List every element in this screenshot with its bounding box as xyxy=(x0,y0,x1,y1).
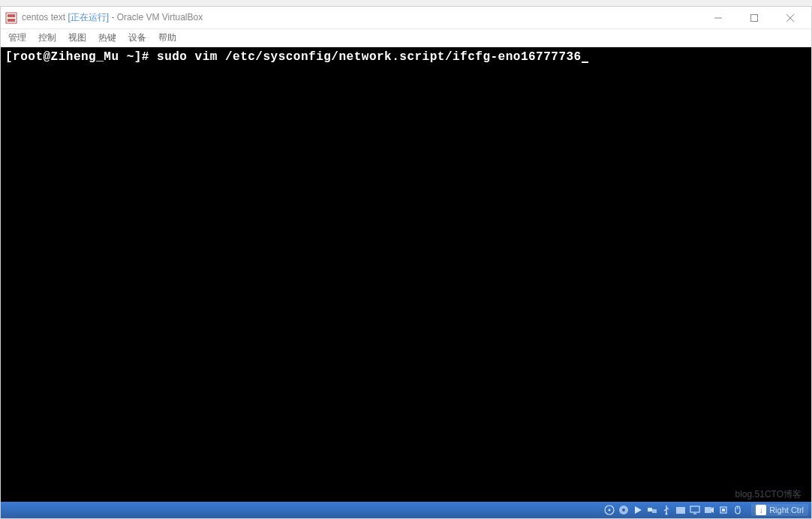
titlebar: centos text [正在运行] - Oracle VM VirtualBo… xyxy=(1,7,811,29)
menu-control[interactable]: 控制 xyxy=(38,32,56,44)
svg-point-14 xyxy=(666,513,668,515)
maximize-button[interactable] xyxy=(739,8,769,28)
menu-view[interactable]: 视图 xyxy=(68,32,86,44)
status-icons xyxy=(603,504,744,516)
usb-icon[interactable] xyxy=(660,504,672,516)
menubar: 管理 控制 视图 热键 设备 帮助 xyxy=(1,29,811,47)
network-icon[interactable] xyxy=(646,504,658,516)
svg-point-8 xyxy=(609,509,611,512)
folder-icon[interactable] xyxy=(675,504,687,516)
menu-manage[interactable]: 管理 xyxy=(8,32,26,44)
vm-name: centos text xyxy=(22,12,65,22)
svg-point-10 xyxy=(622,508,625,512)
svg-rect-1 xyxy=(8,14,15,17)
window-title: centos text [正在运行] - Oracle VM VirtualBo… xyxy=(22,11,703,24)
close-button[interactable] xyxy=(775,8,805,28)
minimize-button[interactable] xyxy=(703,8,733,28)
terminal-cursor xyxy=(582,62,588,63)
svg-rect-16 xyxy=(690,506,699,512)
terminal-command: sudo vim /etc/sysconfig/network.script/i… xyxy=(157,50,582,64)
cd-icon[interactable] xyxy=(618,504,630,516)
disc-icon[interactable] xyxy=(603,504,615,516)
host-key-label: Right Ctrl xyxy=(769,506,804,514)
cropped-text-artifact xyxy=(0,0,812,6)
svg-marker-11 xyxy=(635,506,642,514)
svg-rect-18 xyxy=(705,507,711,513)
host-key-arrow-icon: ↓ xyxy=(756,505,766,515)
terminal-prompt: [root@Ziheng_Mu ~]# xyxy=(5,50,157,64)
virtualbox-window: centos text [正在运行] - Oracle VM VirtualBo… xyxy=(0,6,812,519)
running-status: [正在运行] xyxy=(68,12,109,22)
host-key-indicator[interactable]: ↓ Right Ctrl xyxy=(751,504,808,516)
svg-rect-15 xyxy=(676,507,685,514)
app-icon xyxy=(5,12,17,24)
recording-icon[interactable] xyxy=(703,504,715,516)
display-icon[interactable] xyxy=(689,504,701,516)
menu-devices[interactable]: 设备 xyxy=(128,32,146,44)
svg-rect-21 xyxy=(722,508,725,512)
svg-marker-19 xyxy=(711,507,714,513)
app-suffix: - Oracle VM VirtualBox xyxy=(111,12,203,22)
svg-rect-2 xyxy=(8,19,15,22)
svg-rect-12 xyxy=(648,508,652,512)
svg-rect-4 xyxy=(751,14,758,21)
mouse-icon[interactable] xyxy=(732,504,744,516)
vm-console[interactable]: [root@Ziheng_Mu ~]# sudo vim /etc/syscon… xyxy=(1,47,811,502)
menu-hotkeys[interactable]: 热键 xyxy=(98,32,116,44)
window-controls xyxy=(703,8,805,28)
statusbar: ↓ Right Ctrl xyxy=(1,502,811,518)
svg-rect-13 xyxy=(652,509,657,513)
cpu-icon[interactable] xyxy=(717,504,729,516)
play-icon[interactable] xyxy=(632,504,644,516)
menu-help[interactable]: 帮助 xyxy=(158,32,176,44)
